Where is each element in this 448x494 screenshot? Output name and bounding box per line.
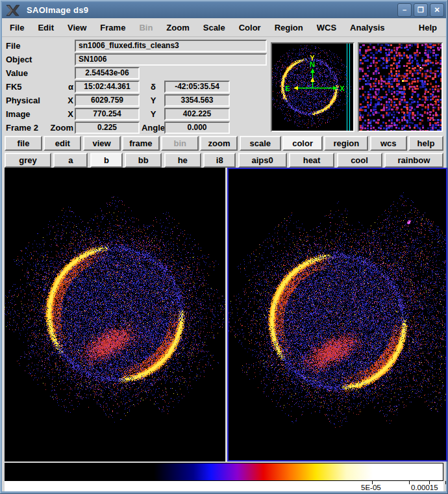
ds9-window: SAOImage ds9 – ❐ ✕ File Edit View Frame … [0, 0, 448, 494]
image-x-key: X [47, 108, 73, 120]
physical-x-box: 6029.759 [75, 94, 140, 107]
colorbar-tick [409, 481, 410, 484]
menu-wcs[interactable]: WCS [317, 23, 336, 32]
colorbar-axis: 5E-05 0.00015 [5, 481, 443, 491]
buttonbar-row1: file edit view frame bin zoom scale colo… [5, 136, 443, 151]
object-value-box: SN1006 [75, 53, 267, 66]
panner-canvas[interactable] [272, 44, 353, 131]
frame-2-active[interactable] [227, 168, 447, 462]
app-body: File Edit View Frame Bin Zoom Scale Colo… [2, 18, 446, 491]
menu-region[interactable]: Region [275, 23, 303, 32]
bar-scale-button[interactable]: scale [240, 136, 281, 151]
physical-y-box: 3354.563 [164, 94, 230, 107]
frame-zoom-box: 0.225 [75, 122, 140, 134]
value-label: Value [6, 67, 63, 79]
fk5-ra-box: 15:02:44.361 [75, 81, 140, 93]
cmap-heat-button[interactable]: heat [289, 153, 334, 168]
file-label: File [6, 40, 63, 52]
menu-help[interactable]: Help [419, 23, 437, 32]
colorbar[interactable] [5, 463, 443, 481]
physical-y-key: Y [142, 94, 165, 107]
cmap-he-button[interactable]: he [164, 153, 201, 168]
magnifier-canvas [359, 44, 442, 131]
fk5-alpha-key: α [47, 81, 73, 93]
bar-color-button[interactable]: color [282, 136, 323, 151]
menu-scale[interactable]: Scale [203, 23, 225, 32]
file-value-box: sn1006_fluxed.fits_cleans3 [75, 40, 267, 52]
close-button[interactable]: ✕ [430, 3, 444, 17]
image-y-key: Y [142, 108, 165, 120]
menu-analysis[interactable]: Analysis [350, 23, 384, 32]
menu-view[interactable]: View [68, 23, 86, 32]
colorbar-label-low: 5E-05 [361, 484, 381, 491]
menu-zoom[interactable]: Zoom [166, 23, 189, 32]
image-y-box: 402.225 [164, 108, 230, 120]
bar-file-button[interactable]: file [5, 136, 42, 151]
bar-frame-button[interactable]: frame [122, 136, 160, 151]
frame-zoom-key: Zoom [47, 122, 73, 134]
bar-bin-button: bin [161, 136, 199, 151]
buttonbar-row2: grey a b bb he i8 aips0 heat cool rainbo… [5, 153, 443, 168]
bar-edit-button[interactable]: edit [44, 136, 81, 151]
cmap-b-button[interactable]: b [90, 153, 123, 168]
x11-logo-icon [5, 4, 21, 17]
cmap-grey-button[interactable]: grey [5, 153, 51, 168]
physical-x-key: X [47, 94, 73, 107]
cmap-bb-button[interactable]: bb [125, 153, 162, 168]
menu-color[interactable]: Color [239, 23, 261, 32]
cmap-cool-button[interactable]: cool [337, 153, 382, 168]
minimize-button[interactable]: – [397, 3, 412, 17]
menu-file[interactable]: File [10, 23, 24, 32]
menu-edit[interactable]: Edit [38, 23, 54, 32]
panner[interactable] [271, 42, 355, 132]
frames-area [5, 168, 443, 462]
fk5-dec-box: -42:05:35.54 [164, 81, 230, 93]
frame-angle-box: 0.000 [164, 122, 230, 134]
menubar: File Edit View Frame Bin Zoom Scale Colo… [2, 18, 446, 37]
titlebar[interactable]: SAOImage ds9 – ❐ ✕ [2, 2, 446, 18]
colorbar-tick [445, 481, 446, 484]
cmap-rainbow-button[interactable]: rainbow [384, 153, 443, 168]
frame1-canvas[interactable] [5, 168, 225, 462]
frame-1[interactable] [5, 168, 225, 462]
colorbar-label-high: 0.00015 [411, 484, 438, 491]
frame2-canvas[interactable] [229, 169, 446, 460]
bar-wcs-button[interactable]: wcs [370, 136, 407, 151]
value-value-box: 2.54543e-06 [75, 67, 140, 79]
object-label: Object [6, 53, 63, 66]
menu-frame[interactable]: Frame [100, 23, 125, 32]
cmap-i8-button[interactable]: i8 [203, 153, 236, 168]
bar-view-button[interactable]: view [83, 136, 121, 151]
window-title: SAOImage ds9 [27, 5, 88, 15]
bar-zoom-button[interactable]: zoom [200, 136, 238, 151]
cmap-aips0-button[interactable]: aips0 [238, 153, 287, 168]
maximize-button[interactable]: ❐ [414, 3, 428, 17]
bar-region-button[interactable]: region [324, 136, 368, 151]
bar-help-button[interactable]: help [408, 136, 443, 151]
menu-bin: Bin [139, 23, 153, 32]
image-x-box: 770.254 [75, 108, 140, 120]
frame-angle-key: Angle [139, 122, 168, 134]
cmap-a-button[interactable]: a [53, 153, 88, 168]
fk5-delta-key: δ [142, 81, 165, 93]
magnifier [358, 42, 443, 132]
